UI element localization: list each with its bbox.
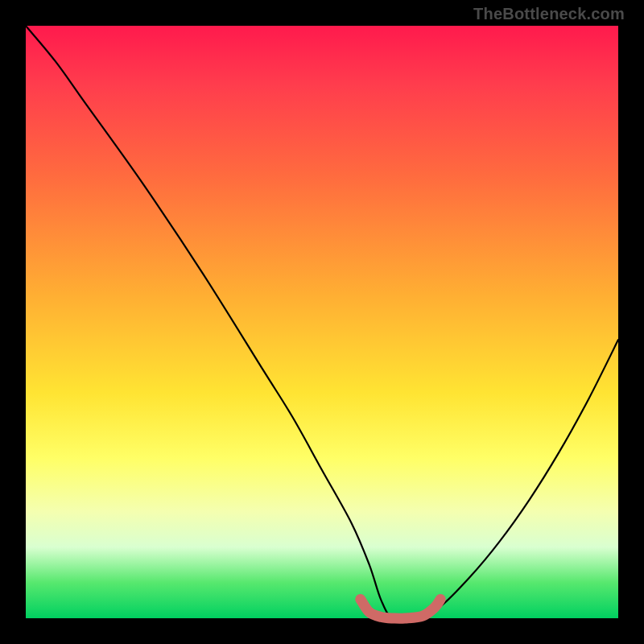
bottleneck-curve-path bbox=[26, 26, 618, 620]
chart-svg bbox=[26, 26, 618, 618]
attribution-label: TheBottleneck.com bbox=[473, 5, 625, 23]
chart-frame: TheBottleneck.com bbox=[0, 0, 644, 644]
recommended-range-marker bbox=[361, 599, 440, 618]
